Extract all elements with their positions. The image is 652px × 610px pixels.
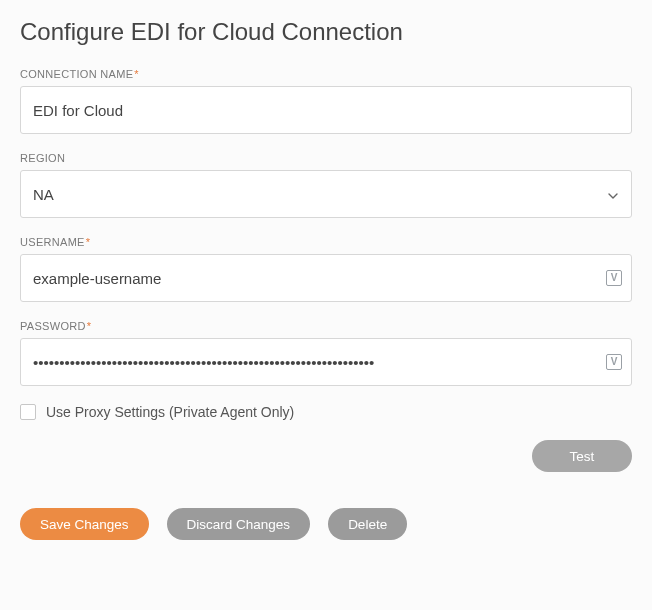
save-button[interactable]: Save Changes [20,508,149,540]
discard-button[interactable]: Discard Changes [167,508,311,540]
username-label: USERNAME* [20,236,632,248]
connection-name-label: CONNECTION NAME* [20,68,632,80]
proxy-checkbox[interactable] [20,404,36,420]
username-input[interactable] [20,254,632,302]
password-label: PASSWORD* [20,320,632,332]
field-password: PASSWORD* V [20,320,632,386]
test-row: Test [20,440,632,472]
required-marker: * [86,236,91,248]
connection-name-input[interactable] [20,86,632,134]
proxy-checkbox-row: Use Proxy Settings (Private Agent Only) [20,404,632,420]
field-connection-name: CONNECTION NAME* [20,68,632,134]
region-label: REGION [20,152,632,164]
password-label-text: PASSWORD [20,320,86,332]
username-label-text: USERNAME [20,236,85,248]
page-title: Configure EDI for Cloud Connection [20,18,632,46]
required-marker: * [134,68,139,80]
action-row: Save Changes Discard Changes Delete [20,508,632,540]
connection-name-label-text: CONNECTION NAME [20,68,133,80]
field-region: REGION NA [20,152,632,218]
variable-icon[interactable]: V [606,354,622,370]
variable-icon[interactable]: V [606,270,622,286]
proxy-label: Use Proxy Settings (Private Agent Only) [46,404,294,420]
field-username: USERNAME* V [20,236,632,302]
region-select[interactable]: NA [20,170,632,218]
password-input[interactable] [20,338,632,386]
required-marker: * [87,320,92,332]
test-button[interactable]: Test [532,440,632,472]
delete-button[interactable]: Delete [328,508,407,540]
